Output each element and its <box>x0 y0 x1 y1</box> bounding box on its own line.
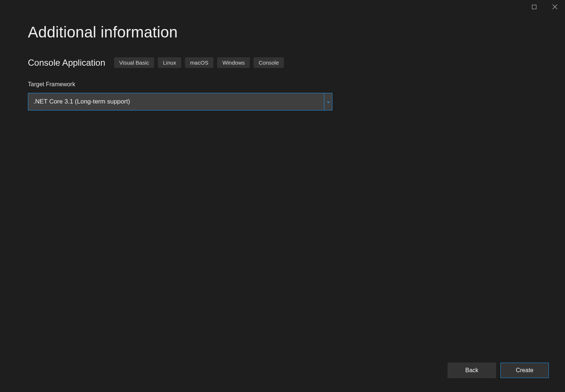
page-title: Additional information <box>28 23 537 41</box>
titlebar <box>524 0 565 15</box>
target-framework-value: .NET Core 3.1 (Long-term support) <box>28 93 324 110</box>
close-button[interactable] <box>544 0 565 15</box>
target-framework-label: Target Framework <box>28 81 537 88</box>
close-icon <box>553 4 557 11</box>
back-button-label: Back <box>465 367 478 374</box>
template-tags: Visual Basic Linux macOS Windows Console <box>114 57 284 68</box>
maximize-button[interactable] <box>524 0 544 15</box>
back-button[interactable]: Back <box>448 363 496 378</box>
create-button-label: Create <box>516 367 533 374</box>
chevron-down-icon <box>327 98 330 105</box>
svg-rect-0 <box>532 5 536 9</box>
project-template-name: Console Application <box>28 58 105 68</box>
tag-linux: Linux <box>158 57 181 68</box>
create-button[interactable]: Create <box>500 363 549 378</box>
tag-console: Console <box>254 57 284 68</box>
target-framework-dropdown[interactable]: .NET Core 3.1 (Long-term support) <box>28 93 332 110</box>
tag-windows: Windows <box>217 57 250 68</box>
maximize-icon <box>532 4 536 11</box>
tag-macos: macOS <box>185 57 214 68</box>
dialog-footer: Back Create <box>448 363 549 378</box>
dropdown-arrow-button[interactable] <box>324 93 332 110</box>
dialog-content: Additional information Console Applicati… <box>0 0 565 110</box>
tag-visual-basic: Visual Basic <box>114 57 154 68</box>
project-template-row: Console Application Visual Basic Linux m… <box>28 57 537 68</box>
